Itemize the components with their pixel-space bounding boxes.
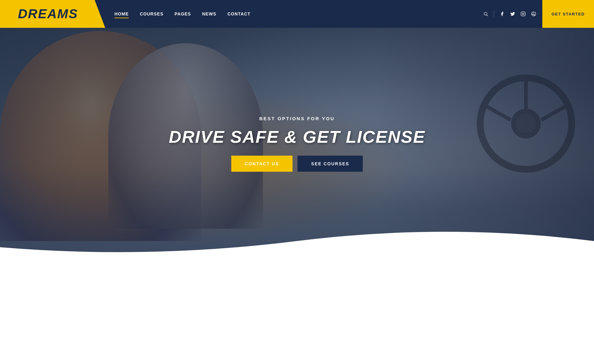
header-icons	[483, 11, 536, 17]
hero-title: DRIVE SAFE & GET LICENSE	[169, 127, 425, 146]
svg-point-4	[524, 13, 524, 13]
hero-section: BEST OPTIONS FOR YOU DRIVE SAFE & GET LI…	[0, 28, 594, 260]
logo-block[interactable]: DREAMS	[0, 0, 105, 28]
svg-rect-2	[521, 12, 525, 16]
nav-item-pages[interactable]: PAGES	[174, 11, 191, 16]
nav-item-news[interactable]: NEWS	[202, 11, 216, 16]
svg-line-1	[487, 15, 488, 16]
hero-wave	[0, 222, 594, 260]
see-courses-button[interactable]: SEE COURSES	[298, 155, 363, 171]
icon-separator	[494, 11, 494, 17]
nav-item-contact[interactable]: CONTACT	[227, 11, 250, 16]
header: DREAMS HOME COURSES PAGES NEWS CONTACT G…	[0, 0, 594, 28]
dribbble-icon[interactable]	[531, 11, 536, 16]
contact-us-button[interactable]: CONTACT US	[231, 155, 293, 171]
nav-item-courses[interactable]: COURSES	[140, 11, 163, 16]
hero-buttons: CONTACT US SEE COURSES	[231, 155, 363, 171]
main-nav: HOME COURSES PAGES NEWS CONTACT	[114, 11, 483, 16]
instagram-icon[interactable]	[521, 11, 526, 16]
search-icon[interactable]	[483, 11, 488, 16]
twitter-icon[interactable]	[510, 11, 515, 16]
svg-point-0	[484, 12, 487, 15]
facebook-icon[interactable]	[500, 11, 505, 16]
hero-content: BEST OPTIONS FOR YOU DRIVE SAFE & GET LI…	[169, 116, 425, 172]
svg-point-3	[522, 13, 524, 15]
hero-subtitle: BEST OPTIONS FOR YOU	[259, 116, 335, 121]
get-started-button[interactable]: GET STARTED	[542, 0, 594, 28]
site-logo: DREAMS	[18, 6, 87, 21]
nav-item-home[interactable]: HOME	[114, 11, 129, 16]
